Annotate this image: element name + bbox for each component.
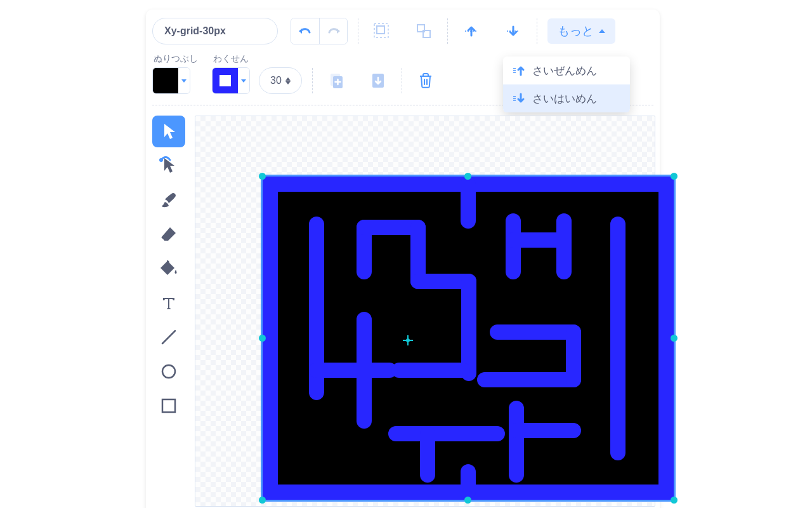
project-name-input[interactable] [152,18,278,44]
group-button[interactable] [369,18,395,44]
fill-label: ぬりつぶし [154,53,198,65]
reshape-tool[interactable] [152,150,185,182]
brush-icon [159,190,178,210]
ungroup-icon [415,22,433,40]
bring-to-front-icon [512,64,526,77]
resize-handle-ml[interactable] [259,335,266,342]
undo-button[interactable] [291,18,319,44]
menu-item-send-to-back[interactable]: さいはいめん [503,84,630,112]
resize-handle-tl[interactable] [259,173,266,180]
more-dropdown: さいぜんめん さいはいめん [503,57,630,112]
fill-color-group: ぬりつぶし [152,53,198,94]
fill-swatch [153,68,178,93]
undo-redo-group [291,18,348,44]
menu-item-label: さいはいめん [532,91,597,106]
send-to-back-icon [512,91,526,105]
outline-color-group: わくせん [212,53,250,94]
copy-button[interactable] [323,67,350,94]
group-icon [373,22,391,40]
tool-strip [152,116,186,422]
fill-color-picker[interactable] [152,67,190,94]
redo-icon [327,25,341,37]
svg-rect-0 [377,26,384,34]
delete-button[interactable] [412,67,439,94]
cursor-icon [160,122,178,141]
toolbar-row-1: もっと [152,14,615,48]
text-tool[interactable] [152,287,185,319]
send-backward-button[interactable] [500,18,527,44]
spinner-down-icon [285,81,291,84]
spinner-up-icon [285,77,291,81]
selection-box[interactable] [261,175,676,502]
outline-size-input[interactable]: 30 [259,67,302,94]
eraser-tool[interactable] [152,218,185,250]
rect-tool[interactable] [152,390,185,422]
more-label: もっと [558,23,594,39]
fill-tool[interactable] [152,253,185,284]
paste-icon [370,72,386,90]
rect-icon [160,397,178,415]
size-spinner[interactable] [285,77,291,84]
line-tool[interactable] [152,321,185,353]
resize-handle-tm[interactable] [464,173,471,180]
resize-handle-bm[interactable] [464,497,471,504]
menu-item-bring-to-front[interactable]: さいぜんめん [503,57,630,84]
divider [447,18,448,44]
editor-panel: もっと ぬりつぶし わくせん 30 [146,10,660,508]
redo-button[interactable] [319,18,347,44]
outline-size-value: 30 [270,75,282,86]
line-icon [159,328,178,347]
divider [402,68,402,93]
svg-point-11 [162,365,175,378]
outline-label: わくせん [213,53,249,65]
svg-rect-12 [162,399,175,412]
bucket-icon [159,259,179,278]
menu-item-label: さいぜんめん [532,64,597,78]
toolbar-row-2: ぬりつぶし わくせん 30 [152,49,527,98]
svg-line-10 [162,331,175,344]
divider [312,68,313,93]
resize-handle-br[interactable] [671,497,678,504]
resize-handle-tr[interactable] [671,173,678,180]
divider [537,18,537,44]
bring-forward-button[interactable] [458,18,485,44]
ungroup-button[interactable] [410,18,437,44]
outline-swatch [213,68,238,93]
arrow-up-icon [463,23,480,39]
more-button[interactable]: もっと [547,18,615,44]
select-tool[interactable] [152,116,185,147]
text-icon [160,295,177,311]
undo-icon [298,25,312,37]
chevron-down-icon [238,68,249,93]
reshape-icon [159,156,178,176]
circle-icon [160,363,178,380]
chevron-down-icon [178,68,190,93]
paste-button[interactable] [365,67,391,94]
resize-handle-mr[interactable] [671,335,678,342]
copy-icon [328,72,344,90]
arrow-down-icon [505,23,521,39]
resize-handle-bl[interactable] [259,497,266,504]
brush-tool[interactable] [152,184,185,216]
trash-icon [417,72,434,90]
caret-up-icon [599,29,605,33]
eraser-icon [159,225,178,243]
canvas[interactable] [195,116,655,507]
outline-color-picker[interactable] [212,67,250,94]
svg-point-9 [159,158,163,162]
divider [358,18,358,44]
circle-tool[interactable] [152,356,185,387]
